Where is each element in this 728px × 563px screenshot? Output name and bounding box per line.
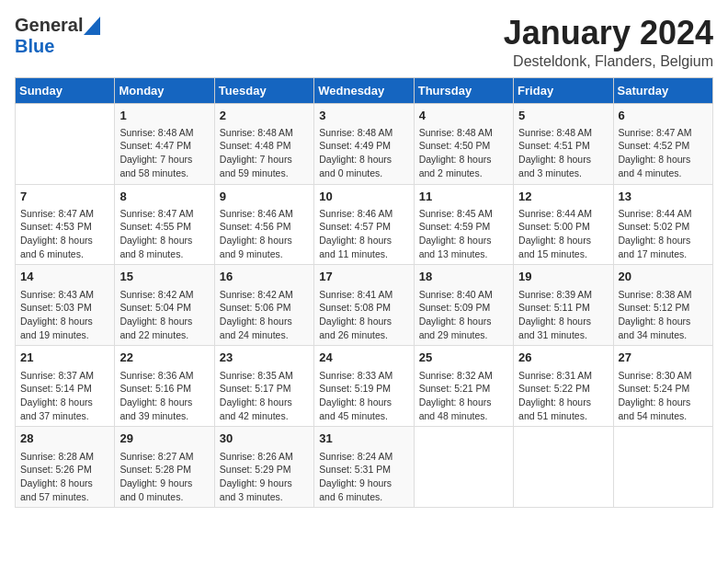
- day-cell: 30Sunrise: 8:26 AM Sunset: 5:29 PM Dayli…: [214, 427, 313, 508]
- day-cell: 31Sunrise: 8:24 AM Sunset: 5:31 PM Dayli…: [314, 427, 414, 508]
- day-info: Sunrise: 8:42 AM Sunset: 5:04 PM Dayligh…: [119, 288, 209, 342]
- day-number: 31: [319, 431, 408, 447]
- week-row-3: 14Sunrise: 8:43 AM Sunset: 5:03 PM Dayli…: [16, 265, 713, 346]
- day-cell: 2Sunrise: 8:48 AM Sunset: 4:48 PM Daylig…: [214, 103, 313, 184]
- header-row: SundayMondayTuesdayWednesdayThursdayFrid…: [16, 77, 713, 103]
- column-header-sunday: Sunday: [16, 77, 115, 103]
- day-cell: 16Sunrise: 8:42 AM Sunset: 5:06 PM Dayli…: [214, 265, 313, 346]
- column-header-monday: Monday: [115, 77, 214, 103]
- column-header-tuesday: Tuesday: [214, 77, 313, 103]
- svg-marker-0: [84, 17, 100, 35]
- day-cell: 4Sunrise: 8:48 AM Sunset: 4:50 PM Daylig…: [414, 103, 513, 184]
- day-info: Sunrise: 8:48 AM Sunset: 4:51 PM Dayligh…: [518, 126, 608, 180]
- column-header-saturday: Saturday: [613, 77, 712, 103]
- day-info: Sunrise: 8:32 AM Sunset: 5:21 PM Dayligh…: [419, 369, 508, 423]
- day-info: Sunrise: 8:41 AM Sunset: 5:08 PM Dayligh…: [319, 288, 408, 342]
- day-number: 12: [518, 189, 608, 205]
- day-number: 17: [319, 269, 408, 285]
- day-cell: 18Sunrise: 8:40 AM Sunset: 5:09 PM Dayli…: [414, 265, 513, 346]
- day-cell: 12Sunrise: 8:44 AM Sunset: 5:00 PM Dayli…: [514, 184, 613, 265]
- week-row-5: 28Sunrise: 8:28 AM Sunset: 5:26 PM Dayli…: [16, 427, 713, 508]
- day-info: Sunrise: 8:39 AM Sunset: 5:11 PM Dayligh…: [518, 288, 608, 342]
- day-cell: 10Sunrise: 8:46 AM Sunset: 4:57 PM Dayli…: [314, 184, 414, 265]
- day-info: Sunrise: 8:30 AM Sunset: 5:24 PM Dayligh…: [619, 369, 708, 423]
- day-number: 20: [619, 269, 708, 285]
- day-number: 5: [518, 108, 608, 124]
- day-number: 22: [119, 350, 209, 366]
- day-cell: 21Sunrise: 8:37 AM Sunset: 5:14 PM Dayli…: [16, 346, 115, 427]
- logo-triangle-icon: [84, 17, 100, 35]
- day-cell: 7Sunrise: 8:47 AM Sunset: 4:53 PM Daylig…: [16, 184, 115, 265]
- day-cell: [514, 427, 613, 508]
- day-cell: 6Sunrise: 8:47 AM Sunset: 4:52 PM Daylig…: [613, 103, 712, 184]
- day-cell: 9Sunrise: 8:46 AM Sunset: 4:56 PM Daylig…: [214, 184, 313, 265]
- logo: General Blue: [15, 15, 101, 57]
- day-info: Sunrise: 8:31 AM Sunset: 5:22 PM Dayligh…: [518, 369, 608, 423]
- calendar-table: SundayMondayTuesdayWednesdayThursdayFrid…: [15, 77, 713, 509]
- column-header-friday: Friday: [514, 77, 613, 103]
- day-cell: 22Sunrise: 8:36 AM Sunset: 5:16 PM Dayli…: [115, 346, 214, 427]
- day-number: 25: [419, 350, 508, 366]
- day-info: Sunrise: 8:48 AM Sunset: 4:50 PM Dayligh…: [419, 126, 508, 180]
- logo-blue-text: Blue: [15, 36, 54, 56]
- day-number: 6: [619, 108, 708, 124]
- day-info: Sunrise: 8:43 AM Sunset: 5:03 PM Dayligh…: [20, 288, 109, 342]
- day-number: 29: [119, 431, 209, 447]
- day-info: Sunrise: 8:46 AM Sunset: 4:57 PM Dayligh…: [319, 207, 408, 261]
- day-cell: 27Sunrise: 8:30 AM Sunset: 5:24 PM Dayli…: [613, 346, 712, 427]
- day-info: Sunrise: 8:27 AM Sunset: 5:28 PM Dayligh…: [119, 450, 209, 504]
- day-cell: [613, 427, 712, 508]
- day-cell: 1Sunrise: 8:48 AM Sunset: 4:47 PM Daylig…: [115, 103, 214, 184]
- week-row-4: 21Sunrise: 8:37 AM Sunset: 5:14 PM Dayli…: [16, 346, 713, 427]
- day-cell: 8Sunrise: 8:47 AM Sunset: 4:55 PM Daylig…: [115, 184, 214, 265]
- day-number: 8: [119, 189, 209, 205]
- day-number: 24: [319, 350, 408, 366]
- day-cell: 13Sunrise: 8:44 AM Sunset: 5:02 PM Dayli…: [613, 184, 712, 265]
- day-number: 10: [319, 189, 408, 205]
- column-header-thursday: Thursday: [414, 77, 513, 103]
- day-number: 11: [419, 189, 508, 205]
- day-number: 13: [619, 189, 708, 205]
- day-number: 23: [220, 350, 309, 366]
- day-cell: 26Sunrise: 8:31 AM Sunset: 5:22 PM Dayli…: [514, 346, 613, 427]
- day-number: 30: [220, 431, 309, 447]
- day-number: 21: [20, 350, 109, 366]
- day-number: 7: [20, 189, 109, 205]
- day-number: 28: [20, 431, 109, 447]
- week-row-2: 7Sunrise: 8:47 AM Sunset: 4:53 PM Daylig…: [16, 184, 713, 265]
- day-number: 9: [220, 189, 309, 205]
- day-cell: 28Sunrise: 8:28 AM Sunset: 5:26 PM Dayli…: [16, 427, 115, 508]
- day-info: Sunrise: 8:33 AM Sunset: 5:19 PM Dayligh…: [319, 369, 408, 423]
- day-info: Sunrise: 8:48 AM Sunset: 4:48 PM Dayligh…: [220, 126, 309, 180]
- day-cell: 24Sunrise: 8:33 AM Sunset: 5:19 PM Dayli…: [314, 346, 414, 427]
- week-row-1: 1Sunrise: 8:48 AM Sunset: 4:47 PM Daylig…: [16, 103, 713, 184]
- day-info: Sunrise: 8:24 AM Sunset: 5:31 PM Dayligh…: [319, 450, 408, 504]
- day-number: 26: [518, 350, 608, 366]
- day-number: 15: [119, 269, 209, 285]
- day-cell: 29Sunrise: 8:27 AM Sunset: 5:28 PM Dayli…: [115, 427, 214, 508]
- logo-general-text: General: [15, 15, 83, 36]
- day-cell: [16, 103, 115, 184]
- day-number: 1: [119, 108, 209, 124]
- day-info: Sunrise: 8:48 AM Sunset: 4:47 PM Dayligh…: [119, 126, 209, 180]
- day-cell: 17Sunrise: 8:41 AM Sunset: 5:08 PM Dayli…: [314, 265, 414, 346]
- day-cell: 11Sunrise: 8:45 AM Sunset: 4:59 PM Dayli…: [414, 184, 513, 265]
- day-cell: 14Sunrise: 8:43 AM Sunset: 5:03 PM Dayli…: [16, 265, 115, 346]
- day-cell: [414, 427, 513, 508]
- day-cell: 25Sunrise: 8:32 AM Sunset: 5:21 PM Dayli…: [414, 346, 513, 427]
- day-info: Sunrise: 8:44 AM Sunset: 5:00 PM Dayligh…: [518, 207, 608, 261]
- day-info: Sunrise: 8:46 AM Sunset: 4:56 PM Dayligh…: [220, 207, 309, 261]
- day-info: Sunrise: 8:47 AM Sunset: 4:53 PM Dayligh…: [20, 207, 109, 261]
- day-cell: 15Sunrise: 8:42 AM Sunset: 5:04 PM Dayli…: [115, 265, 214, 346]
- calendar-title: January 2024: [504, 15, 713, 52]
- day-cell: 3Sunrise: 8:48 AM Sunset: 4:49 PM Daylig…: [314, 103, 414, 184]
- day-number: 16: [220, 269, 309, 285]
- title-block: January 2024 Desteldonk, Flanders, Belgi…: [504, 15, 713, 70]
- day-info: Sunrise: 8:47 AM Sunset: 4:55 PM Dayligh…: [119, 207, 209, 261]
- day-number: 19: [518, 269, 608, 285]
- day-info: Sunrise: 8:37 AM Sunset: 5:14 PM Dayligh…: [20, 369, 109, 423]
- day-info: Sunrise: 8:44 AM Sunset: 5:02 PM Dayligh…: [619, 207, 708, 261]
- calendar-subtitle: Desteldonk, Flanders, Belgium: [504, 53, 713, 70]
- day-cell: 19Sunrise: 8:39 AM Sunset: 5:11 PM Dayli…: [514, 265, 613, 346]
- day-number: 4: [419, 108, 508, 124]
